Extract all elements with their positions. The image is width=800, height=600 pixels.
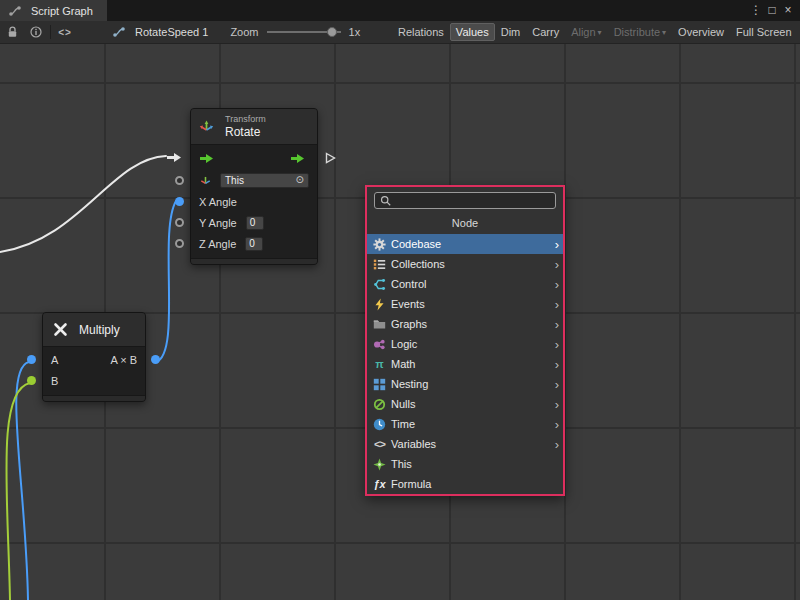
chevron-right-icon: ›: [555, 438, 559, 451]
finder-item-time[interactable]: Time ›: [367, 414, 563, 434]
chevron-down-icon: ▾: [662, 28, 666, 37]
wire-blue-multiply-to-x-angle[interactable]: [156, 201, 176, 362]
finder-item-collections[interactable]: Collections ›: [367, 254, 563, 274]
finder-item-control[interactable]: Control ›: [367, 274, 563, 294]
flow-in-arrow-icon[interactable]: [167, 153, 181, 162]
finder-item-label: Formula: [391, 478, 431, 490]
finder-item-events[interactable]: Events ›: [367, 294, 563, 314]
zoom-slider-thumb[interactable]: [327, 27, 337, 37]
finder-item-label: Nesting: [391, 378, 428, 390]
node-category: Transform: [225, 114, 266, 125]
finder-item-logic[interactable]: Logic ›: [367, 334, 563, 354]
graph-canvas[interactable]: Transform Rotate: [0, 44, 800, 600]
lock-icon[interactable]: [0, 21, 24, 43]
code-view-icon[interactable]: <>: [53, 21, 77, 43]
graph-name: RotateSpeed 1: [135, 26, 208, 38]
this-icon: [372, 457, 387, 472]
zoom-value: 1x: [349, 26, 361, 38]
chevron-right-icon: ›: [555, 418, 559, 431]
port-label: A: [51, 354, 58, 366]
kebab-menu-icon[interactable]: ⋮: [748, 0, 764, 21]
port-row-x-angle: X Angle: [191, 191, 317, 212]
transform-mini-icon: [199, 173, 211, 188]
port-label: B: [51, 375, 58, 387]
window-tab-bar: Script Graph ⋮ □ ×: [0, 0, 800, 21]
finder-item-label: Control: [391, 278, 426, 290]
search-field[interactable]: [374, 192, 556, 209]
carry-button[interactable]: Carry: [526, 23, 565, 41]
port-row-a: A A × B: [43, 349, 145, 370]
zoom-slider[interactable]: [267, 26, 341, 38]
finder-item-label: Variables: [391, 438, 436, 450]
finder-item-variables[interactable]: <> Variables ›: [367, 434, 563, 454]
finder-item-codebase[interactable]: Codebase ›: [367, 234, 563, 254]
wire-white-flow-in[interactable]: [0, 156, 166, 252]
node-rotate-header[interactable]: Transform Rotate: [191, 109, 317, 145]
flow-out-port[interactable]: [325, 152, 336, 164]
zoom-control: Zoom 1x: [230, 26, 360, 38]
node-multiply[interactable]: Multiply A A × B B: [42, 312, 146, 402]
formula-icon: ƒx: [372, 477, 387, 492]
nulls-icon: [372, 397, 387, 412]
finder-title: Node: [367, 213, 563, 234]
finder-item-formula[interactable]: ƒx Formula: [367, 474, 563, 494]
node-rotate[interactable]: Transform Rotate: [190, 108, 318, 265]
this-field-value: This: [225, 175, 244, 186]
finder-item-label: Graphs: [391, 318, 427, 330]
chevron-right-icon: ›: [555, 278, 559, 291]
script-graph-icon: [7, 3, 22, 18]
graphs-icon: [372, 317, 387, 332]
finder-item-label: This: [391, 458, 412, 470]
tab-title: Script Graph: [31, 5, 93, 17]
finder-item-label: Collections: [391, 258, 445, 270]
z-angle-value-field[interactable]: 0: [245, 237, 263, 251]
logic-icon: [372, 337, 387, 352]
graph-asset-icon: [111, 25, 126, 40]
align-button[interactable]: Align▾: [565, 23, 607, 41]
target-row: This ⊙: [191, 169, 317, 191]
graph-toolbar: <> RotateSpeed 1 Zoom 1x Relations Value…: [0, 21, 800, 44]
variables-icon: <>: [372, 437, 387, 452]
port-a-times-b[interactable]: [151, 355, 160, 364]
collections-icon: [372, 257, 387, 272]
zoom-label: Zoom: [230, 26, 258, 38]
values-button[interactable]: Values: [450, 23, 495, 41]
control-icon: [372, 277, 387, 292]
relations-button[interactable]: Relations: [392, 23, 450, 41]
finder-item-this[interactable]: This: [367, 454, 563, 474]
port-b[interactable]: [27, 376, 36, 385]
chevron-right-icon: ›: [555, 378, 559, 391]
finder-item-nesting[interactable]: Nesting ›: [367, 374, 563, 394]
nesting-icon: [372, 377, 387, 392]
multiply-icon: [53, 322, 68, 337]
port-row-b: B: [43, 370, 145, 391]
time-icon: [372, 417, 387, 432]
maximize-icon[interactable]: □: [764, 0, 780, 21]
wire-blue-into-a[interactable]: [16, 362, 29, 600]
finder-item-label: Time: [391, 418, 415, 430]
search-icon: [379, 193, 391, 208]
node-search-input[interactable]: [398, 195, 551, 207]
overview-button[interactable]: Overview: [672, 23, 730, 41]
y-angle-value-field[interactable]: 0: [246, 216, 264, 230]
distribute-button[interactable]: Distribute▾: [608, 23, 672, 41]
object-picker-icon[interactable]: ⊙: [296, 175, 304, 185]
info-icon[interactable]: [24, 21, 48, 43]
port-a[interactable]: [27, 355, 36, 364]
finder-item-label: Events: [391, 298, 425, 310]
fullscreen-button[interactable]: Full Screen: [730, 23, 798, 41]
node-multiply-header[interactable]: Multiply: [43, 313, 145, 347]
tab-script-graph[interactable]: Script Graph: [0, 0, 107, 21]
flow-output-icon[interactable]: [290, 151, 305, 166]
math-icon: π: [372, 357, 387, 372]
this-object-field[interactable]: This ⊙: [220, 173, 309, 188]
finder-item-label: Nulls: [391, 398, 415, 410]
dim-button[interactable]: Dim: [495, 23, 527, 41]
node-title: Rotate: [225, 125, 266, 139]
finder-item-graphs[interactable]: Graphs ›: [367, 314, 563, 334]
flow-input-icon[interactable]: [199, 151, 214, 166]
codebase-icon: [372, 237, 387, 252]
finder-item-nulls[interactable]: Nulls ›: [367, 394, 563, 414]
close-icon[interactable]: ×: [780, 0, 796, 21]
finder-item-math[interactable]: π Math ›: [367, 354, 563, 374]
